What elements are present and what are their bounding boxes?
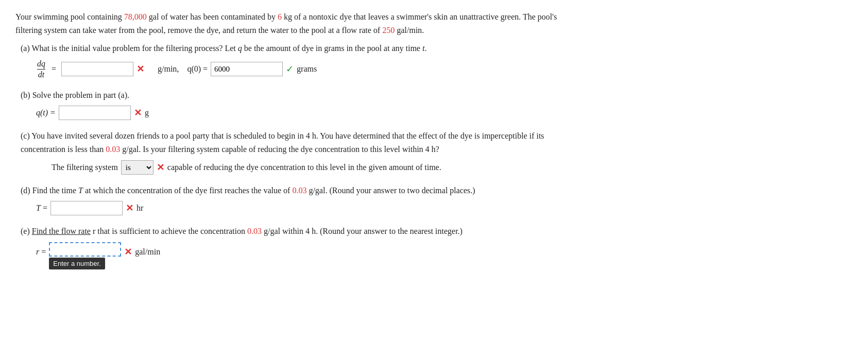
part-a-grams-label: grams	[297, 64, 317, 74]
dt-denominator: dt	[38, 70, 44, 79]
intro-gallons: 78,000	[124, 12, 147, 21]
part-d-x-icon: ✕	[126, 204, 133, 213]
intro-text1: Your swimming pool containing	[15, 12, 124, 21]
part-e-answer-row: r = Enter a number. ✕ gal/min	[36, 242, 853, 257]
part-b-label: (b) Solve the problem in part (a).	[21, 89, 853, 102]
part-a-q0-input[interactable]	[211, 62, 283, 76]
part-c-x-icon: ✕	[157, 163, 164, 172]
part-c-label: (c) You have invited several dozen frien…	[21, 129, 853, 156]
intro-paragraph: Your swimming pool containing 78,000 gal…	[15, 10, 853, 37]
part-a-equals: =	[52, 64, 56, 74]
intro-kg: 6	[278, 12, 282, 21]
part-c-row-end: capable of reducing the dye concentratio…	[167, 163, 441, 172]
part-e-input-wrap: Enter a number.	[49, 242, 121, 257]
part-e-r-label: r =	[36, 247, 46, 257]
part-c-row-label: The filtering system	[52, 163, 118, 172]
part-b: (b) Solve the problem in part (a). q(t) …	[15, 89, 853, 121]
tooltip-enter-number: Enter a number.	[49, 258, 105, 269]
part-b-qt-input[interactable]	[59, 106, 131, 120]
part-a: (a) What is the initial value problem fo…	[15, 42, 853, 79]
intro-text2: gal of water has been contaminated by	[147, 12, 278, 21]
fraction-bar	[37, 69, 45, 70]
part-b-x-icon: ✕	[134, 108, 142, 117]
part-a-x-icon: ✕	[137, 64, 144, 74]
part-d-t-label: T =	[36, 204, 47, 213]
part-c-select[interactable]: is is not	[121, 160, 154, 175]
part-b-qt-label: q(t) =	[36, 108, 56, 117]
part-a-label: (a) What is the initial value problem fo…	[21, 42, 853, 55]
part-a-check-icon: ✓	[286, 64, 294, 74]
part-b-unit: g	[145, 108, 149, 117]
part-e-x-icon: ✕	[124, 247, 132, 257]
part-d-label: (d) Find the time T at which the concent…	[21, 184, 853, 197]
intro-flow-rate: 250	[382, 26, 395, 35]
intro-text5: gal/min.	[395, 26, 424, 35]
part-c-answer-row: The filtering system is is not ✕ capable…	[52, 160, 853, 175]
part-e-label: (e) Find the flow rate r that is suffici…	[21, 225, 853, 238]
part-d: (d) Find the time T at which the concent…	[15, 184, 853, 216]
part-d-t-input[interactable]	[50, 201, 123, 215]
part-d-answer-row: T = ✕ hr	[36, 201, 853, 215]
intro-text3: kg of a nontoxic dye that leaves a swimm…	[282, 12, 557, 21]
intro-text4: filtering system can take water from the…	[15, 26, 382, 35]
part-e-r-input[interactable]	[49, 242, 121, 257]
part-d-unit: hr	[137, 204, 143, 213]
part-e: (e) Find the flow rate r that is suffici…	[15, 225, 853, 257]
part-e-unit: gal/min	[135, 247, 160, 257]
part-c: (c) You have invited several dozen frien…	[15, 129, 853, 174]
part-a-answer-row: dq dt = ✕ g/min, q(0) = ✓ grams	[36, 59, 853, 79]
dq-dt-fraction: dq dt	[37, 59, 45, 79]
dq-numerator: dq	[37, 59, 45, 69]
part-b-answer-row: q(t) = ✕ g	[36, 106, 853, 120]
find-flow-rate-link[interactable]: Find the flow rate	[32, 227, 91, 235]
part-a-q0-label: q(0) =	[187, 64, 208, 74]
part-a-dq-input[interactable]	[61, 62, 133, 76]
part-a-unit: g/min,	[158, 64, 179, 74]
